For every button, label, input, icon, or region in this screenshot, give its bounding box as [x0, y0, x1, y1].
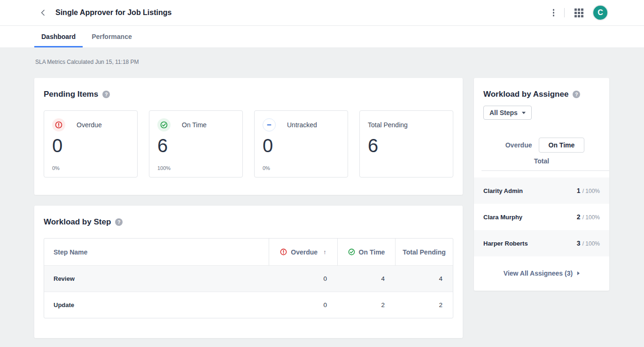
step-table-header: Step Name Overdue ↑	[44, 239, 453, 265]
workload-by-step-title-text: Workload by Step	[44, 217, 111, 227]
back-button[interactable]	[39, 8, 48, 17]
workload-by-assignee-title-text: Workload by Assignee	[483, 90, 568, 99]
tab-dashboard-label: Dashboard	[41, 33, 76, 40]
metric-value: 6	[157, 136, 235, 155]
workload-by-step-card: Workload by Step ? Step Name Overdue	[34, 206, 463, 338]
metric-label: Overdue	[77, 121, 102, 129]
header-actions: C	[552, 6, 608, 20]
column-header-total-pending[interactable]: Total Pending	[395, 239, 453, 265]
column-header-on-time[interactable]: On Time	[337, 239, 395, 265]
overdue-cell: 0	[269, 266, 337, 292]
assignee-tabs-divider	[481, 170, 609, 171]
assignee-tab-overdue[interactable]: Overdue	[499, 138, 539, 152]
kebab-menu-button[interactable]	[552, 8, 556, 17]
view-all-assignees-link[interactable]: View All Assignees (3)	[504, 270, 580, 277]
chevron-down-icon	[522, 112, 526, 114]
assignee-row: Clarity Admin 1 / 100%	[474, 177, 609, 204]
tab-performance-label: Performance	[92, 33, 132, 40]
assignee-count: 2	[577, 213, 581, 221]
all-steps-dropdown[interactable]: All Steps	[483, 106, 532, 120]
step-name-cell: Update	[44, 292, 269, 318]
metric-percent: 0%	[263, 165, 340, 171]
on-time-cell: 2	[337, 292, 395, 318]
assignee-tab-total[interactable]: Total	[528, 154, 556, 168]
step-name-cell: Review	[44, 266, 269, 292]
metric-card-total-pending: Total Pending 6	[359, 110, 453, 177]
metric-percent: 0%	[52, 165, 130, 171]
pending-items-card: Pending Items ? Overdue 0 0%	[34, 78, 463, 195]
step-table: Step Name Overdue ↑	[44, 238, 453, 318]
pending-items-title-text: Pending Items	[44, 90, 98, 99]
right-column: Workload by Assignee ? All Steps Overdue…	[474, 78, 609, 291]
view-all-assignees-label: View All Assignees (3)	[504, 270, 573, 277]
on-time-check-icon	[157, 118, 171, 131]
column-header-step-name[interactable]: Step Name	[44, 239, 269, 265]
total-pending-cell: 4	[395, 266, 453, 292]
all-steps-dropdown-label: All Steps	[489, 109, 518, 116]
table-row-review: Review 0 4 4	[44, 265, 453, 292]
table-row-update: Update 0 2 2	[44, 292, 453, 318]
assignee-row: Harper Roberts 3 / 100%	[474, 230, 609, 256]
tab-bar: Dashboard Performance	[0, 26, 644, 48]
metric-label: Total Pending	[368, 121, 408, 129]
overdue-alert-icon	[52, 118, 65, 131]
app-grid-button[interactable]	[574, 8, 584, 18]
assignee-row: Clara Murphy 2 / 100%	[474, 204, 609, 230]
on-time-check-icon	[348, 248, 355, 255]
untracked-dash-icon	[263, 118, 276, 131]
help-icon[interactable]: ?	[102, 91, 110, 98]
assignee-percent: / 100%	[582, 240, 600, 247]
metric-label: Untracked	[287, 121, 317, 129]
sort-ascending-icon: ↑	[323, 248, 326, 255]
metric-value: 0	[52, 136, 130, 155]
metric-value: 6	[368, 136, 445, 155]
header-divider	[564, 8, 565, 17]
metric-cards-row: Overdue 0 0% On Time 6 100%	[44, 110, 453, 177]
metric-card-untracked: Untracked 0 0%	[254, 110, 348, 177]
grid-icon	[574, 8, 583, 17]
assignee-name: Clarity Admin	[483, 187, 523, 194]
overdue-alert-icon	[280, 248, 287, 255]
tab-dashboard[interactable]: Dashboard	[34, 26, 83, 47]
on-time-cell: 4	[337, 266, 395, 292]
metric-card-overdue: Overdue 0 0%	[44, 110, 138, 177]
assignee-name: Clara Murphy	[483, 214, 522, 221]
total-pending-cell: 2	[395, 292, 453, 318]
help-icon[interactable]: ?	[115, 218, 123, 226]
chevron-left-icon	[39, 9, 47, 16]
assignee-name: Harper Roberts	[483, 240, 528, 247]
chevron-right-icon	[577, 271, 580, 275]
sla-metrics-note: SLA Metrics Calculated Jun 15, 11:18 PM	[35, 59, 609, 65]
metric-value: 0	[263, 136, 340, 155]
assignee-tab-strip: Overdue On Time Total	[492, 138, 591, 168]
assignee-percent: / 100%	[582, 188, 600, 194]
workload-by-assignee-title: Workload by Assignee ?	[483, 90, 600, 99]
top-header: Single Approver for Job Listings C	[0, 0, 644, 26]
workload-by-step-title: Workload by Step ?	[44, 217, 453, 227]
metric-card-on-time: On Time 6 100%	[149, 110, 243, 177]
assignee-list: Clarity Admin 1 / 100% Clara Murphy 2 / …	[474, 177, 609, 256]
tab-performance[interactable]: Performance	[85, 26, 139, 47]
help-icon[interactable]: ?	[573, 91, 580, 98]
overdue-cell: 0	[269, 292, 337, 318]
pending-items-title: Pending Items ?	[44, 90, 453, 99]
main-content: SLA Metrics Calculated Jun 15, 11:18 PM …	[0, 48, 644, 346]
assignee-count: 1	[577, 187, 581, 194]
avatar[interactable]: C	[593, 6, 607, 20]
assignee-count: 3	[577, 239, 581, 247]
left-column: Pending Items ? Overdue 0 0%	[34, 78, 463, 338]
assignee-tab-on-time[interactable]: On Time	[539, 138, 585, 153]
workload-by-assignee-card: Workload by Assignee ? All Steps Overdue…	[474, 78, 609, 291]
metric-label: On Time	[182, 121, 207, 129]
page-title: Single Approver for Job Listings	[55, 8, 171, 17]
metric-percent: 100%	[157, 165, 235, 171]
kebab-icon	[553, 9, 555, 16]
column-header-overdue[interactable]: Overdue ↑	[269, 239, 337, 265]
assignee-percent: / 100%	[582, 214, 600, 221]
